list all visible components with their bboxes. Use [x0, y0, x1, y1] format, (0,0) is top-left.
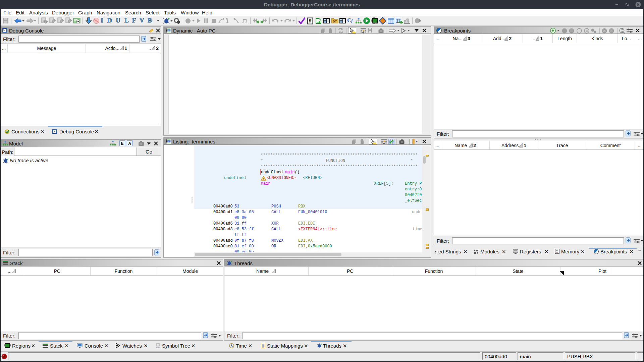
svg-text:10: 10: [309, 19, 312, 21]
svg-text:DT: DT: [333, 20, 337, 23]
svg-text:E: E: [121, 141, 123, 146]
svg-text:01: 01: [556, 251, 558, 253]
svg-text:A: A: [128, 141, 131, 146]
svg-text:01: 01: [309, 21, 312, 23]
